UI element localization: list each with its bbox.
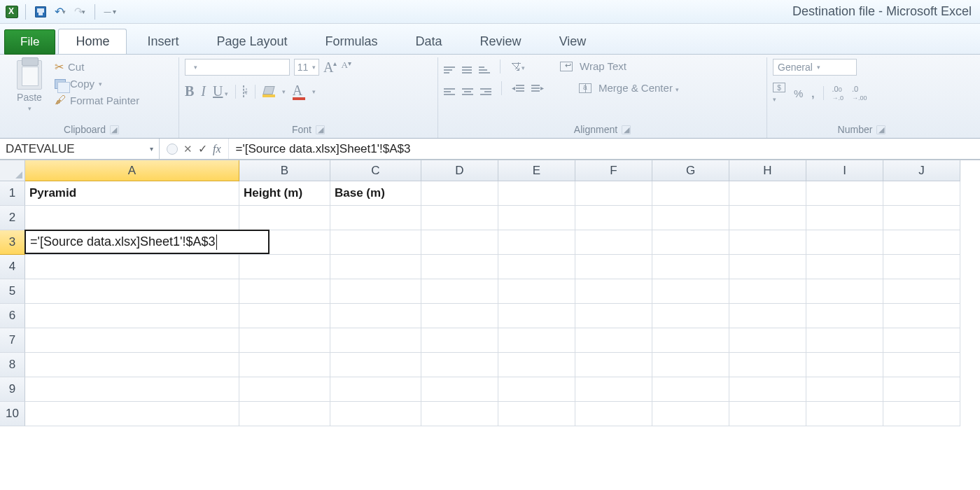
paste-button[interactable]: Paste ▾ bbox=[10, 59, 49, 112]
cell-A6[interactable] bbox=[25, 304, 239, 328]
cell-H8[interactable] bbox=[729, 353, 806, 377]
align-left-button[interactable] bbox=[444, 80, 455, 95]
qat-undo-button[interactable]: ↶▾ bbox=[52, 4, 68, 20]
cell-G3[interactable] bbox=[652, 230, 729, 255]
confirm-edit-button[interactable]: ✓ bbox=[198, 142, 207, 155]
increase-indent-button[interactable]: ▸ bbox=[531, 84, 544, 92]
cut-button[interactable]: ✂ Cut bbox=[55, 60, 139, 74]
cell-F10[interactable] bbox=[575, 402, 652, 426]
cell-F2[interactable] bbox=[575, 206, 652, 230]
cell-B9[interactable] bbox=[239, 377, 330, 402]
cell-A10[interactable] bbox=[25, 402, 239, 426]
cell-C3[interactable] bbox=[330, 230, 421, 255]
cell-H5[interactable] bbox=[729, 279, 806, 304]
cell-I9[interactable] bbox=[806, 377, 883, 402]
cell-B5[interactable] bbox=[239, 279, 330, 304]
cell-C1[interactable]: Base (m) bbox=[330, 181, 421, 206]
cell-D9[interactable] bbox=[421, 377, 498, 402]
cell-D10[interactable] bbox=[421, 402, 498, 426]
cell-H4[interactable] bbox=[729, 255, 806, 279]
font-dialog-launcher[interactable]: ◢ bbox=[316, 125, 325, 134]
cell-C5[interactable] bbox=[330, 279, 421, 304]
cell-J2[interactable] bbox=[883, 206, 960, 230]
align-center-button[interactable] bbox=[462, 80, 473, 95]
number-format-combo[interactable]: General▾ bbox=[773, 59, 857, 76]
cancel-edit-button[interactable]: ✕ bbox=[183, 143, 192, 155]
cell-G6[interactable] bbox=[652, 304, 729, 328]
cell-A3[interactable]: ='[Source data.xlsx]Sheet1'!$A$3 bbox=[25, 230, 239, 255]
cell-A2[interactable] bbox=[25, 206, 239, 230]
font-name-combo[interactable]: ▾ bbox=[185, 59, 290, 76]
cell-D7[interactable] bbox=[421, 328, 498, 353]
row-header-1[interactable]: 1 bbox=[0, 181, 25, 206]
cell-D2[interactable] bbox=[421, 206, 498, 230]
cell-F3[interactable] bbox=[575, 230, 652, 255]
cell-E3[interactable] bbox=[498, 230, 575, 255]
cell-H3[interactable] bbox=[729, 230, 806, 255]
wrap-text-button[interactable]: Wrap Text bbox=[580, 60, 626, 72]
col-header-D[interactable]: D bbox=[421, 160, 498, 181]
align-bottom-button[interactable] bbox=[479, 59, 490, 74]
cell-J3[interactable] bbox=[883, 230, 960, 255]
formula-input[interactable]: ='[Source data.xlsx]Sheet1'!$A$3 bbox=[229, 139, 980, 159]
orientation-button[interactable]: ⦪▾ bbox=[510, 60, 525, 73]
copy-dropdown-icon[interactable]: ▾ bbox=[99, 80, 102, 88]
alignment-dialog-launcher[interactable]: ◢ bbox=[622, 125, 631, 134]
decrease-decimal-button[interactable]: .0→.00 bbox=[852, 85, 867, 102]
cell-D4[interactable] bbox=[421, 255, 498, 279]
cell-B1[interactable]: Height (m) bbox=[239, 181, 330, 206]
cell-E7[interactable] bbox=[498, 328, 575, 353]
borders-button[interactable]: ▾ bbox=[243, 86, 248, 97]
cell-G1[interactable] bbox=[652, 181, 729, 206]
cell-J7[interactable] bbox=[883, 328, 960, 353]
cell-F1[interactable] bbox=[575, 181, 652, 206]
name-box[interactable]: DATEVALUE ▾ bbox=[0, 139, 160, 159]
cell-J8[interactable] bbox=[883, 353, 960, 377]
cell-B4[interactable] bbox=[239, 255, 330, 279]
qat-customize-button[interactable]: —▾ bbox=[102, 4, 118, 20]
percent-button[interactable]: % bbox=[794, 88, 803, 99]
copy-button[interactable]: Copy ▾ bbox=[55, 78, 139, 90]
cell-G7[interactable] bbox=[652, 328, 729, 353]
accounting-format-button[interactable]: $▾ bbox=[773, 83, 785, 104]
chevron-down-icon[interactable]: ▾ bbox=[282, 88, 286, 95]
cell-D8[interactable] bbox=[421, 353, 498, 377]
cell-A5[interactable] bbox=[25, 279, 239, 304]
cell-A7[interactable] bbox=[25, 328, 239, 353]
qat-redo-button[interactable]: ↷▾ bbox=[72, 4, 88, 20]
cell-G9[interactable] bbox=[652, 377, 729, 402]
cell-B8[interactable] bbox=[239, 353, 330, 377]
tab-data[interactable]: Data bbox=[398, 29, 460, 54]
cell-D1[interactable] bbox=[421, 181, 498, 206]
cell-E10[interactable] bbox=[498, 402, 575, 426]
row-header-6[interactable]: 6 bbox=[0, 304, 25, 328]
cell-C7[interactable] bbox=[330, 328, 421, 353]
cell-I10[interactable] bbox=[806, 402, 883, 426]
select-all-corner[interactable] bbox=[0, 160, 25, 181]
cell-H10[interactable] bbox=[729, 402, 806, 426]
cell-J9[interactable] bbox=[883, 377, 960, 402]
cell-H6[interactable] bbox=[729, 304, 806, 328]
cell-C10[interactable] bbox=[330, 402, 421, 426]
col-header-I[interactable]: I bbox=[806, 160, 883, 181]
cell-A4[interactable] bbox=[25, 255, 239, 279]
undo-dropdown-icon[interactable]: ▾ bbox=[62, 8, 66, 15]
cell-G2[interactable] bbox=[652, 206, 729, 230]
tab-file[interactable]: File bbox=[4, 29, 55, 55]
cell-B10[interactable] bbox=[239, 402, 330, 426]
cell-G10[interactable] bbox=[652, 402, 729, 426]
redo-dropdown-icon[interactable]: ▾ bbox=[82, 8, 85, 15]
col-header-A[interactable]: A bbox=[25, 160, 239, 181]
row-header-7[interactable]: 7 bbox=[0, 328, 25, 353]
cell-H9[interactable] bbox=[729, 377, 806, 402]
cell-I3[interactable] bbox=[806, 230, 883, 255]
chevron-down-icon[interactable]: ▾ bbox=[150, 145, 153, 153]
cell-A1[interactable]: Pyramid bbox=[25, 181, 239, 206]
cell-J10[interactable] bbox=[883, 402, 960, 426]
cell-F4[interactable] bbox=[575, 255, 652, 279]
cell-C8[interactable] bbox=[330, 353, 421, 377]
row-header-10[interactable]: 10 bbox=[0, 402, 25, 426]
cell-I7[interactable] bbox=[806, 328, 883, 353]
increase-font-button[interactable]: A▴ bbox=[323, 59, 337, 76]
col-header-B[interactable]: B bbox=[239, 160, 330, 181]
